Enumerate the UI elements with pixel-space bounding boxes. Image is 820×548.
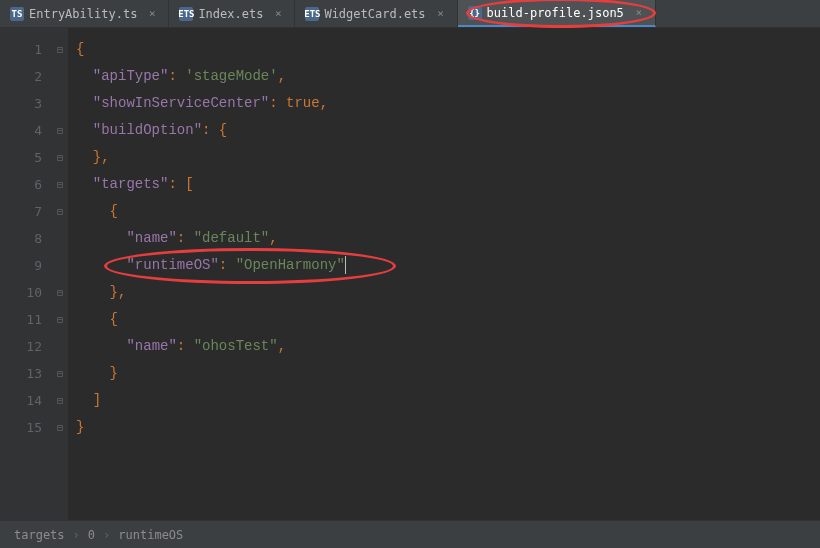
fold-icon[interactable]: ⊟ (52, 36, 68, 63)
code-line-3: "showInServiceCenter": true, (76, 90, 820, 117)
fold-icon[interactable]: ⊟ (52, 306, 68, 333)
chevron-right-icon: › (73, 528, 80, 542)
breadcrumb-part[interactable]: 0 (88, 528, 95, 542)
fold-end-icon[interactable]: ⊟ (52, 360, 68, 387)
close-icon[interactable]: × (435, 8, 447, 20)
text-caret (345, 256, 346, 274)
fold-end-icon[interactable]: ⊟ (52, 414, 68, 441)
code-line-9: "runtimeOS": "OpenHarmony" (76, 252, 820, 279)
line-numbers: 1 2 3 4 5 6 7 8 9 10 11 12 13 14 15 (10, 28, 52, 520)
line-number[interactable]: 8 (10, 225, 52, 252)
code-line-6: "targets": [ (76, 171, 820, 198)
breadcrumb: targets › 0 › runtimeOS (0, 520, 820, 548)
line-number[interactable]: 4 (10, 117, 52, 144)
editor-tabs: TS EntryAbility.ts × ETS Index.ets × ETS… (0, 0, 820, 28)
line-number[interactable]: 1 (10, 36, 52, 63)
code-line-13: } (76, 360, 820, 387)
breadcrumb-part[interactable]: runtimeOS (118, 528, 183, 542)
code-line-11: { (76, 306, 820, 333)
code-line-15: } (76, 414, 820, 441)
fold-end-icon[interactable]: ⊟ (52, 279, 68, 306)
line-number[interactable]: 5 (10, 144, 52, 171)
ts-file-icon: TS (10, 7, 24, 21)
line-number[interactable]: 2 (10, 63, 52, 90)
close-icon[interactable]: × (272, 8, 284, 20)
gutter (0, 28, 10, 520)
code-line-12: "name": "ohosTest", (76, 333, 820, 360)
line-number[interactable]: 7 (10, 198, 52, 225)
tab-build-profile[interactable]: {} build-profile.json5 × (458, 0, 656, 27)
tab-label: WidgetCard.ets (324, 7, 425, 21)
tab-index[interactable]: ETS Index.ets × (169, 0, 295, 27)
chevron-right-icon: › (103, 528, 110, 542)
code-line-5: }, (76, 144, 820, 171)
tab-widgetcard[interactable]: ETS WidgetCard.ets × (295, 0, 457, 27)
code-editor[interactable]: { "apiType": 'stageMode', "showInService… (68, 28, 820, 520)
code-line-8: "name": "default", (76, 225, 820, 252)
line-number[interactable]: 14 (10, 387, 52, 414)
json-file-icon: {} (468, 6, 482, 20)
line-number[interactable]: 3 (10, 90, 52, 117)
fold-icon[interactable]: ⊟ (52, 198, 68, 225)
code-line-7: { (76, 198, 820, 225)
fold-end-icon[interactable]: ⊟ (52, 144, 68, 171)
code-line-10: }, (76, 279, 820, 306)
fold-icon[interactable]: ⊟ (52, 117, 68, 144)
fold-end-icon[interactable]: ⊟ (52, 387, 68, 414)
line-number[interactable]: 6 (10, 171, 52, 198)
tab-entryability[interactable]: TS EntryAbility.ts × (0, 0, 169, 27)
line-number[interactable]: 13 (10, 360, 52, 387)
tab-label: build-profile.json5 (487, 6, 624, 20)
close-icon[interactable]: × (633, 7, 645, 19)
tab-label: EntryAbility.ts (29, 7, 137, 21)
line-number[interactable]: 11 (10, 306, 52, 333)
close-icon[interactable]: × (146, 8, 158, 20)
fold-column: ⊟ ⊟ ⊟ ⊟ ⊟ ⊟ ⊟ ⊟ ⊟ ⊟ (52, 28, 68, 520)
ets-file-icon: ETS (305, 7, 319, 21)
ets-file-icon: ETS (179, 7, 193, 21)
code-line-1: { (76, 36, 820, 63)
tab-label: Index.ets (198, 7, 263, 21)
code-line-14: ] (76, 387, 820, 414)
line-number[interactable]: 9 (10, 252, 52, 279)
code-line-2: "apiType": 'stageMode', (76, 63, 820, 90)
line-number[interactable]: 10 (10, 279, 52, 306)
editor-area: 1 2 3 4 5 6 7 8 9 10 11 12 13 14 15 ⊟ ⊟ … (0, 28, 820, 520)
breadcrumb-part[interactable]: targets (14, 528, 65, 542)
fold-icon[interactable]: ⊟ (52, 171, 68, 198)
line-number[interactable]: 12 (10, 333, 52, 360)
code-line-4: "buildOption": { (76, 117, 820, 144)
line-number[interactable]: 15 (10, 414, 52, 441)
